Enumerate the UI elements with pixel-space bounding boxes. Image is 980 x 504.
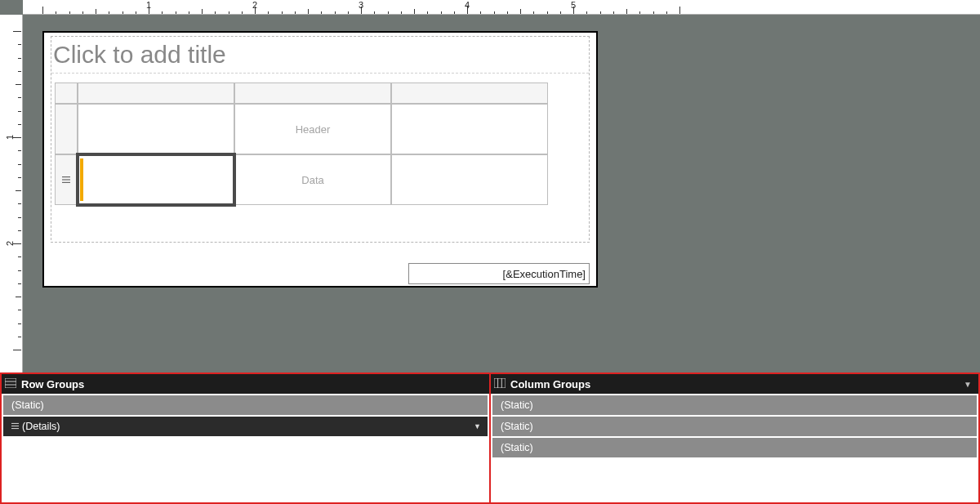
column-group-label: (Static)	[501, 442, 533, 453]
row-groups-list[interactable]: (Static)(Details)▼	[2, 394, 489, 502]
svg-rect-6	[11, 423, 19, 424]
column-groups-header[interactable]: Column Groups ▼	[491, 374, 978, 394]
report-page[interactable]: Click to add title Header	[42, 31, 598, 288]
tablix-row-handle-header[interactable]	[55, 104, 78, 154]
row-groups-pane[interactable]: Row Groups (Static)(Details)▼	[2, 374, 491, 502]
column-groups-title: Column Groups	[510, 378, 590, 390]
details-icon	[11, 421, 19, 432]
tablix[interactable]: Header Data	[55, 83, 548, 205]
ruler-h-number: 4	[465, 0, 470, 10]
tablix-col-header-3[interactable]	[391, 83, 548, 104]
svg-rect-3	[5, 378, 16, 388]
execution-time-textbox[interactable]: [&ExecutionTime]	[408, 263, 590, 284]
row-group-item[interactable]: (Details)▼	[3, 417, 488, 436]
svg-rect-1	[62, 179, 70, 180]
ruler-h-number: 3	[359, 0, 363, 10]
ruler-h-number: 5	[571, 0, 576, 10]
tablix-header-cell-3[interactable]	[391, 104, 548, 154]
report-footer[interactable]: [&ExecutionTime]	[51, 245, 590, 284]
report-title-placeholder[interactable]: Click to add title	[51, 37, 589, 74]
tablix-header-cell-2[interactable]: Header	[234, 104, 391, 154]
tablix-header-cell-1[interactable]	[78, 104, 234, 154]
ruler-v-number: 2	[5, 241, 15, 246]
ruler-h-number: 2	[252, 0, 257, 10]
ruler-h-number: 1	[146, 0, 151, 10]
tablix-corner[interactable]	[55, 83, 78, 104]
tablix-data-cell-1-selected[interactable]	[78, 154, 234, 205]
svg-rect-2	[62, 181, 70, 182]
ruler-horizontal: 12345	[23, 0, 980, 15]
ruler-v-number: 1	[5, 135, 15, 140]
column-group-item[interactable]: (Static)	[492, 438, 977, 457]
svg-rect-9	[494, 378, 506, 388]
column-groups-menu-chevron-icon[interactable]: ▼	[964, 380, 978, 389]
column-group-item[interactable]: (Static)	[492, 417, 977, 436]
ruler-vertical: 12	[0, 15, 23, 372]
tablix-col-header-2[interactable]	[234, 83, 391, 104]
svg-rect-0	[62, 176, 70, 177]
colgroups-icon	[494, 378, 506, 390]
column-group-item[interactable]: (Static)	[492, 395, 977, 415]
tablix-col-header-1[interactable]	[78, 83, 234, 104]
column-groups-pane[interactable]: Column Groups ▼ (Static)(Static)(Static)	[491, 374, 978, 502]
column-groups-list[interactable]: (Static)(Static)(Static)	[491, 394, 978, 502]
tablix-data-cell-2[interactable]: Data	[234, 154, 391, 205]
column-group-label: (Static)	[501, 399, 533, 411]
svg-rect-8	[11, 428, 19, 429]
design-surface[interactable]: Click to add title Header	[23, 15, 980, 372]
report-body[interactable]: Click to add title Header	[51, 36, 590, 240]
row-group-item[interactable]: (Static)	[3, 395, 488, 415]
row-group-label: (Static)	[11, 399, 44, 411]
row-groups-title: Row Groups	[21, 378, 84, 390]
row-group-menu-chevron-icon[interactable]: ▼	[474, 422, 481, 430]
row-group-label: (Details)	[22, 421, 60, 432]
tablix-data-cell-3[interactable]	[391, 154, 548, 205]
svg-rect-7	[11, 426, 19, 426]
body-footer-divider	[51, 242, 590, 243]
details-icon	[62, 174, 70, 186]
tablix-row-handle-details[interactable]	[55, 154, 78, 205]
row-groups-header[interactable]: Row Groups	[2, 374, 489, 394]
grouping-panes: Row Groups (Static)(Details)▼ Column Gro…	[0, 372, 980, 504]
rowgroups-icon	[5, 378, 16, 390]
column-group-label: (Static)	[501, 421, 533, 432]
